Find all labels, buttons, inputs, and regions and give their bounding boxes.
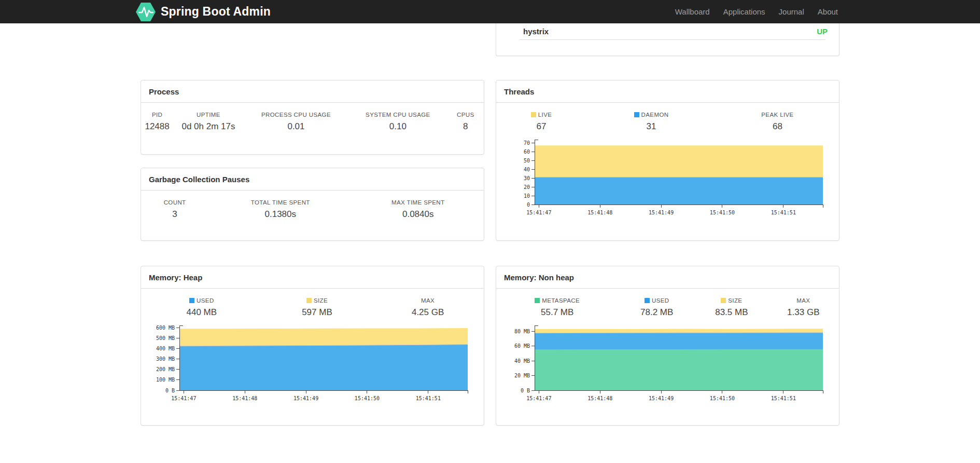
x-tick-label: 15:41:47 <box>526 396 551 401</box>
metric-value: 0.01 <box>244 118 349 132</box>
area-used <box>179 345 468 390</box>
nonheap-legend: METASPACEUSEDSIZEMAX55.7 MB78.2 MB83.5 M… <box>496 297 839 318</box>
metric-value: 55.7 MB <box>496 304 618 318</box>
nav-link-journal[interactable]: Journal <box>772 0 811 23</box>
metric-label: USED <box>618 297 695 304</box>
threads-legend: LIVEDAEMONPEAK LIVE673168 <box>496 112 839 132</box>
y-tick-label: 400 MB <box>156 346 175 351</box>
panel-gc-title: Garbage Collection Pauses <box>141 168 484 190</box>
metric-value: 3 <box>141 206 208 220</box>
metric-label: LIVE <box>496 112 586 118</box>
main-content: hystrix UP Process PIDUPTIMEPROCESS CPU … <box>141 23 839 426</box>
metric-value: 4.25 GB <box>372 304 484 318</box>
chart-memory-nonheap: 0 B20 MB40 MB60 MB80 MB15:41:4715:41:481… <box>502 324 829 404</box>
metric-label: SIZE <box>262 297 372 304</box>
metric-value: 31 <box>586 118 716 132</box>
x-tick-label: 15:41:49 <box>649 210 674 215</box>
y-tick-label: 20 <box>524 184 530 190</box>
application-status-badge: UP <box>817 27 828 36</box>
x-tick-label: 15:41:48 <box>232 396 257 401</box>
metric-value: 0.0840s <box>352 206 484 220</box>
application-row[interactable]: hystrix UP <box>496 23 839 39</box>
metric-label: PID <box>141 112 173 118</box>
x-tick-label: 15:41:49 <box>293 396 318 401</box>
y-tick-label: 40 <box>524 167 530 172</box>
brand-title: Spring Boot Admin <box>161 5 271 19</box>
legend-swatch-icon <box>535 298 540 303</box>
metric-value: 1.33 GB <box>768 304 839 318</box>
metric-value: 78.2 MB <box>618 304 695 318</box>
legend-swatch-icon <box>645 298 650 303</box>
brand-logo-icon <box>135 2 156 22</box>
x-tick-label: 15:41:50 <box>710 396 735 401</box>
x-tick-label: 15:41:48 <box>587 396 612 401</box>
y-tick-label: 50 <box>524 158 530 164</box>
metric-value: 597 MB <box>262 304 372 318</box>
legend-swatch-icon <box>306 298 312 303</box>
gc-metrics: COUNTTOTAL TIME SPENTMAX TIME SPENT30.13… <box>141 199 484 220</box>
x-tick-label: 15:41:48 <box>587 210 612 215</box>
threads-chart: 01020304050607015:41:4715:41:4815:41:491… <box>496 138 839 221</box>
y-tick-label: 80 MB <box>514 329 530 334</box>
panel-process-title: Process <box>141 80 484 103</box>
metric-label: PEAK LIVE <box>716 112 839 118</box>
metric-value: 8 <box>447 118 484 132</box>
metric-label: SYSTEM CPU USAGE <box>348 112 447 118</box>
y-tick-label: 60 MB <box>514 343 530 349</box>
nav-link-applications[interactable]: Applications <box>717 0 772 23</box>
panel-threads: Threads LIVEDAEMONPEAK LIVE673168 010203… <box>496 80 839 241</box>
y-tick-label: 20 MB <box>514 373 530 378</box>
application-status-panel: hystrix UP <box>496 23 839 56</box>
y-tick-label: 0 B <box>521 388 530 393</box>
metric-value: 440 MB <box>141 304 262 318</box>
y-tick-label: 10 <box>524 193 530 199</box>
divider <box>520 39 825 40</box>
panel-memory-heap-title: Memory: Heap <box>141 266 484 289</box>
y-tick-label: 300 MB <box>156 356 175 362</box>
metric-value: 0d 0h 2m 17s <box>173 118 244 132</box>
metric-label: CPUS <box>447 112 484 118</box>
area-metaspace <box>535 349 823 390</box>
memory-heap-chart: 0 B100 MB200 MB300 MB400 MB500 MB600 MB1… <box>141 324 484 406</box>
chart-memory-heap: 0 B100 MB200 MB300 MB400 MB500 MB600 MB1… <box>147 324 474 404</box>
metric-label: MAX <box>768 297 839 304</box>
nav-link-about[interactable]: About <box>811 0 845 23</box>
panel-process: Process PIDUPTIMEPROCESS CPU USAGESYSTEM… <box>141 80 484 155</box>
metric-label: METASPACE <box>496 297 618 304</box>
x-tick-label: 15:41:50 <box>710 210 735 215</box>
y-tick-label: 40 MB <box>514 358 530 364</box>
metric-label: DAEMON <box>586 112 716 118</box>
memory-nonheap-chart: 0 B20 MB40 MB60 MB80 MB15:41:4715:41:481… <box>496 324 839 406</box>
metric-label: MAX TIME SPENT <box>352 199 484 206</box>
x-tick-label: 15:41:49 <box>649 396 674 401</box>
metric-label: MAX <box>372 297 484 304</box>
y-tick-label: 0 B <box>165 388 175 393</box>
nav-link-wallboard[interactable]: Wallboard <box>668 0 717 23</box>
metric-label: UPTIME <box>173 112 244 118</box>
panel-memory-nonheap-title: Memory: Non heap <box>496 266 839 289</box>
area-daemon <box>535 177 823 205</box>
y-tick-label: 60 <box>524 149 530 155</box>
chart-threads: 01020304050607015:41:4715:41:4815:41:491… <box>502 138 829 219</box>
metric-value: 0.10 <box>348 118 447 132</box>
metric-label: USED <box>141 297 262 304</box>
metric-value: 68 <box>716 118 839 132</box>
y-tick-label: 500 MB <box>156 335 175 341</box>
heap-legend: USEDSIZEMAX440 MB597 MB4.25 GB <box>141 297 484 318</box>
legend-swatch-icon <box>531 112 536 117</box>
x-tick-label: 15:41:47 <box>526 210 551 215</box>
x-tick-label: 15:41:51 <box>771 210 796 215</box>
x-tick-label: 15:41:50 <box>355 396 380 401</box>
x-tick-label: 15:41:51 <box>416 396 441 401</box>
brand-link[interactable]: Spring Boot Admin <box>135 2 271 22</box>
nav-links: WallboardApplicationsJournalAbout <box>668 0 845 23</box>
process-metrics: PIDUPTIMEPROCESS CPU USAGESYSTEM CPU USA… <box>141 112 484 132</box>
metric-label: SIZE <box>695 297 767 304</box>
y-tick-label: 30 <box>524 175 530 181</box>
x-tick-label: 15:41:51 <box>771 396 796 401</box>
metric-label: PROCESS CPU USAGE <box>244 112 349 118</box>
metric-value: 83.5 MB <box>695 304 767 318</box>
y-tick-label: 70 <box>524 140 530 146</box>
y-tick-label: 100 MB <box>156 377 175 383</box>
panel-gc: Garbage Collection Pauses COUNTTOTAL TIM… <box>141 168 484 241</box>
